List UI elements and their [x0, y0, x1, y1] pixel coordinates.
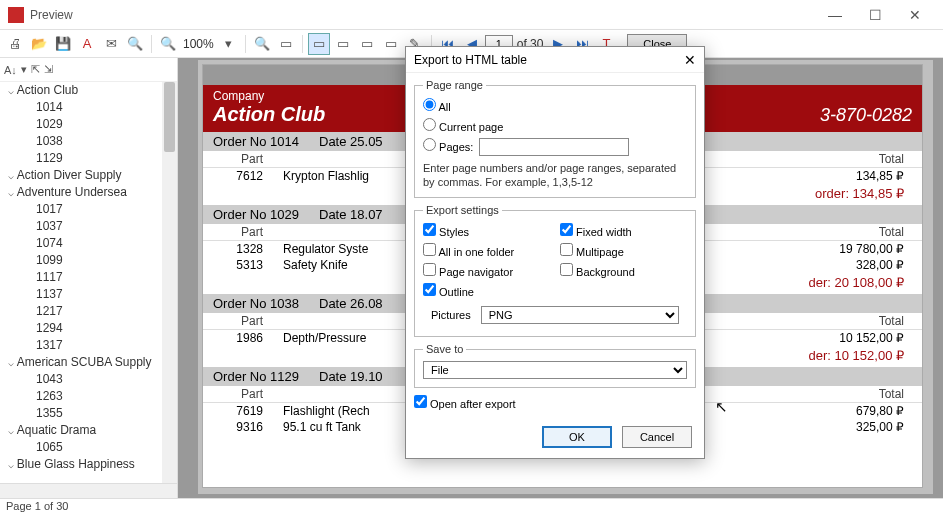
tree-item[interactable]: 1074	[8, 235, 177, 252]
tree-item[interactable]: 1043	[8, 371, 177, 388]
tree-item[interactable]: 1355	[8, 405, 177, 422]
tree-group[interactable]: Aquatic Drama	[8, 422, 177, 439]
check-open-after[interactable]: Open after export	[414, 394, 516, 414]
tree-item[interactable]: 1294	[8, 320, 177, 337]
tree-group[interactable]: American SCUBA Supply	[8, 354, 177, 371]
check-background[interactable]: Background	[560, 262, 687, 282]
app-icon	[8, 7, 24, 23]
radio-pages[interactable]: Pages:	[423, 137, 473, 157]
pictures-select[interactable]: PNG	[481, 306, 679, 324]
view1-icon[interactable]: ▭	[308, 33, 330, 55]
sidebar-h-scroll[interactable]	[0, 483, 177, 498]
export-settings-group: Export settings Styles All in one folder…	[414, 204, 696, 337]
pdf-icon[interactable]: A	[76, 33, 98, 55]
tree-group[interactable]: Adventure Undersea	[8, 184, 177, 201]
sidebar: A↓ ▾ ⇱ ⇲ Action Club1014102910381129Acti…	[0, 58, 178, 498]
tree-item[interactable]: 1217	[8, 303, 177, 320]
tree-item[interactable]: 1037	[8, 218, 177, 235]
expand-icon[interactable]: ⇲	[44, 63, 53, 76]
tree-item[interactable]: 1014	[8, 99, 177, 116]
view3-icon[interactable]: ▭	[356, 33, 378, 55]
tree-item[interactable]: 1137	[8, 286, 177, 303]
window-title: Preview	[30, 8, 815, 22]
tree-item[interactable]: 1029	[8, 116, 177, 133]
tree-group[interactable]: Action Diver Supply	[8, 167, 177, 184]
ok-button[interactable]: OK	[542, 426, 612, 448]
radio-current-page[interactable]: Current page	[423, 117, 687, 137]
sidebar-toolbar: A↓ ▾ ⇱ ⇲	[0, 58, 177, 82]
dialog-title: Export to HTML table	[414, 53, 527, 67]
save-to-group: Save to File	[414, 343, 696, 388]
print-icon[interactable]: 🖨	[4, 33, 26, 55]
close-window-button[interactable]: ✕	[895, 3, 935, 27]
save-icon[interactable]: 💾	[52, 33, 74, 55]
zoom-value: 100%	[181, 37, 216, 51]
dialog-close-icon[interactable]: ✕	[684, 52, 696, 68]
cancel-button[interactable]: Cancel	[622, 426, 692, 448]
outline-tree: Action Club1014102910381129Action Diver …	[0, 82, 177, 483]
company-name: Action Club	[213, 103, 325, 126]
find-icon[interactable]: 🔍	[124, 33, 146, 55]
tree-group[interactable]: Blue Glass Happiness	[8, 456, 177, 473]
maximize-button[interactable]: ☐	[855, 3, 895, 27]
collapse-icon[interactable]: ⇱	[31, 63, 40, 76]
tree-group[interactable]: Action Club	[8, 82, 177, 99]
check-styles[interactable]: Styles	[423, 222, 550, 242]
check-outline[interactable]: Outline	[423, 282, 550, 302]
tree-item[interactable]: 1263	[8, 388, 177, 405]
tree-item[interactable]: 1317	[8, 337, 177, 354]
pages-hint: Enter page numbers and/or page ranges, s…	[423, 161, 687, 189]
status-bar: Page 1 of 30	[0, 498, 943, 515]
minimize-button[interactable]: —	[815, 3, 855, 27]
view4-icon[interactable]: ▭	[380, 33, 402, 55]
zoom-out-icon[interactable]: 🔍	[251, 33, 273, 55]
sidebar-scrollbar[interactable]	[162, 82, 177, 483]
page-range-group: Page range All Current page Pages: Enter…	[414, 79, 696, 198]
check-pagenav[interactable]: Page navigator	[423, 262, 550, 282]
chevron-down-icon[interactable]: ▾	[218, 33, 240, 55]
zoom-icon[interactable]: 🔍	[157, 33, 179, 55]
tree-item[interactable]: 1099	[8, 252, 177, 269]
tree-item[interactable]: 1017	[8, 201, 177, 218]
pictures-label: Pictures	[431, 309, 471, 321]
check-multipage[interactable]: Multipage	[560, 242, 687, 262]
titlebar: Preview — ☐ ✕	[0, 0, 943, 30]
radio-all[interactable]: All	[423, 97, 687, 117]
tree-item[interactable]: 1129	[8, 150, 177, 167]
status-text: Page 1 of 30	[6, 500, 68, 512]
fit-page-icon[interactable]: ▭	[275, 33, 297, 55]
export-dialog: Export to HTML table ✕ Page range All Cu…	[405, 46, 705, 459]
check-allone[interactable]: All in one folder	[423, 242, 550, 262]
tree-item[interactable]: 1117	[8, 269, 177, 286]
tree-item[interactable]: 1038	[8, 133, 177, 150]
check-fixed[interactable]: Fixed width	[560, 222, 687, 242]
view2-icon[interactable]: ▭	[332, 33, 354, 55]
sort-icon[interactable]: A↓	[4, 64, 17, 76]
open-icon[interactable]: 📂	[28, 33, 50, 55]
save-to-select[interactable]: File	[423, 361, 687, 379]
tree-item[interactable]: 1065	[8, 439, 177, 456]
company-phone: 3-870-0282	[820, 105, 912, 126]
pages-input[interactable]	[479, 138, 629, 156]
mail-icon[interactable]: ✉	[100, 33, 122, 55]
